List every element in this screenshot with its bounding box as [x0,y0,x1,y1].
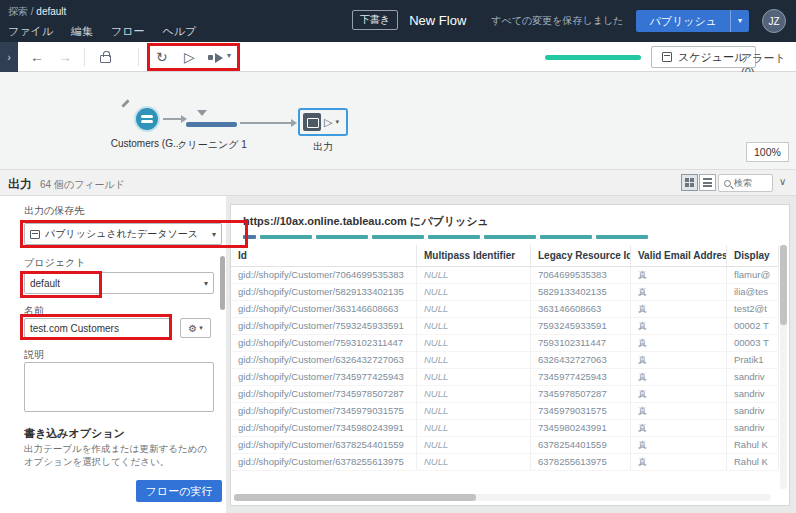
config-scrollbar[interactable] [220,256,225,310]
table-row[interactable]: gid://shopify/Customer/6378254401559NULL… [231,437,779,454]
cell-valid: 真 [631,352,727,368]
column-header-display[interactable]: Display [727,245,779,266]
column-header-multipass[interactable]: Multipass Identifier [417,245,531,266]
cell-legacy: 7345977425943 [531,369,631,385]
field-type-bar [484,235,536,239]
description-textarea[interactable] [24,362,214,412]
clean-step-node[interactable] [186,122,237,127]
breadcrumb-explore-link[interactable]: 探索 [8,6,28,17]
input-node-customers[interactable] [134,106,160,132]
publish-button[interactable]: パブリッシュ ▾ [636,10,749,32]
cell-multipass: NULL [417,352,531,368]
vertical-scrollbar[interactable] [780,245,787,489]
redo-button[interactable]: → [58,48,72,66]
breadcrumb-separator: / [31,6,34,17]
horizontal-scrollbar-thumb[interactable] [234,494,476,501]
run-flow-button[interactable]: フローの実行 [136,480,222,502]
cell-legacy: 7064699535383 [531,267,631,283]
topbar-right: すべての変更を保存しました パブリッシュ ▾ JZ [491,9,786,33]
table-row[interactable]: gid://shopify/Customer/5829133402135NULL… [231,284,779,301]
cell-id: gid://shopify/Customer/6378255613975 [231,454,417,470]
cell-display: flamur@ [727,267,779,283]
connector-arrow [240,122,292,124]
horizontal-scrollbar[interactable] [234,494,771,501]
arrow-right-icon: → [58,49,72,65]
cell-display: sandriv [727,386,779,402]
menu-item-0[interactable]: ファイル [8,24,53,39]
zoom-indicator[interactable]: 100% [746,142,789,162]
field-type-bar [540,235,592,239]
vertical-scrollbar-thumb[interactable] [780,245,787,325]
output-name-input[interactable] [24,318,172,338]
grid-icon [685,178,694,187]
cell-display: ilia@tes [727,284,779,300]
field-type-bar [596,235,648,239]
publish-target: https://10ax.online.tableau.com にパブリッシュ [243,214,489,229]
node-play-icon[interactable]: ▷ [324,117,332,128]
project-label: プロジェクト [24,256,85,270]
avatar[interactable]: JZ [762,9,786,33]
table-row[interactable]: gid://shopify/Customer/7064699535383NULL… [231,267,779,284]
table-row[interactable]: gid://shopify/Customer/7345979031575NULL… [231,403,779,420]
table-row[interactable]: gid://shopify/Customer/7345978507287NULL… [231,386,779,403]
refresh-data-button[interactable]: ↻ [156,48,168,66]
run-flow-toolbar-button[interactable]: ▷ [184,48,195,66]
node-chevron-down-icon[interactable]: ▾ [335,118,339,126]
tableau-prep-flow-screen: 探索 / default ファイル編集フローヘルプ 下書き New Flow す… [0,0,796,513]
cell-multipass: NULL [417,318,531,334]
table-row[interactable]: gid://shopify/Customer/6378255613975NULL… [231,454,779,471]
flow-canvas[interactable]: ▷ ▾ Customers (G... クリーニング 1 出力 100% [0,72,796,170]
cell-id: gid://shopify/Customer/363146608663 [231,301,417,317]
publish-label[interactable]: パブリッシュ [636,10,730,32]
breadcrumb-project[interactable]: default [36,6,66,17]
data-grid-toggle[interactable] [699,174,716,191]
menu-item-1[interactable]: 編集 [71,24,93,39]
cell-display: sandriv [727,420,779,436]
cell-valid: 真 [631,454,727,470]
cell-valid: 真 [631,301,727,317]
flow-title[interactable]: New Flow [409,13,466,28]
chevron-right-icon: › [7,51,11,63]
menu-item-2[interactable]: フロー [111,24,145,39]
table-row[interactable]: gid://shopify/Customer/7593245933591NULL… [231,318,779,335]
output-node-selected[interactable]: ▷ ▾ [298,108,348,136]
output-pane-header: 出力 64 個のフィールド ∨ [0,170,796,196]
column-header-legacy[interactable]: Legacy Resource Id [531,245,631,266]
profile-view-toggle[interactable] [681,174,698,191]
pane-title: 出力 [8,176,32,193]
column-header-id[interactable]: Id [231,245,417,266]
refresh-icon: ↻ [156,49,168,65]
publish-chevron-down-icon[interactable]: ▾ [730,10,749,32]
run-output-button[interactable] [208,51,223,63]
table-row[interactable]: gid://shopify/Customer/7345980243991NULL… [231,420,779,437]
collapse-chevron-icon[interactable]: ∨ [779,176,786,187]
search-box[interactable] [718,174,773,192]
table-row[interactable]: gid://shopify/Customer/7345977425943NULL… [231,369,779,386]
undo-button[interactable]: ← [30,48,44,66]
run-output-chevron-down-icon[interactable]: ▾ [227,51,231,60]
search-input[interactable] [734,178,772,188]
name-label: 名前 [24,304,44,318]
cell-legacy: 7345978507287 [531,386,631,402]
cell-legacy: 7593245933591 [531,318,631,334]
sidebar-expand-rail[interactable]: › [0,42,18,72]
table-row[interactable]: gid://shopify/Customer/6326432727063NULL… [231,352,779,369]
write-options-help: 出力テーブルを作成または更新するためのオプションを選択してください。 [24,442,216,469]
cell-valid: 真 [631,420,727,436]
project-select[interactable]: default ▾ [24,272,214,294]
breadcrumb[interactable]: 探索 / default [8,5,66,19]
output-options-button[interactable]: ⚙▾ [180,318,211,338]
table-row[interactable]: gid://shopify/Customer/363146608663NULL3… [231,301,779,318]
datasource-select[interactable]: パブリッシュされたデータソース ▾ [24,223,222,245]
cell-multipass: NULL [417,420,531,436]
column-header-valid[interactable]: Valid Email Address [631,245,727,266]
cell-valid: 真 [631,335,727,351]
cell-legacy: 5829133402135 [531,284,631,300]
menu-item-3[interactable]: ヘルプ [163,24,197,39]
cell-valid: 真 [631,369,727,385]
lock-icon [100,55,111,63]
datasource-select-value: パブリッシュされたデータソース [45,227,207,241]
cell-display: sandriv [727,403,779,419]
table-row[interactable]: gid://shopify/Customer/7593102311447NULL… [231,335,779,352]
cell-multipass: NULL [417,301,531,317]
